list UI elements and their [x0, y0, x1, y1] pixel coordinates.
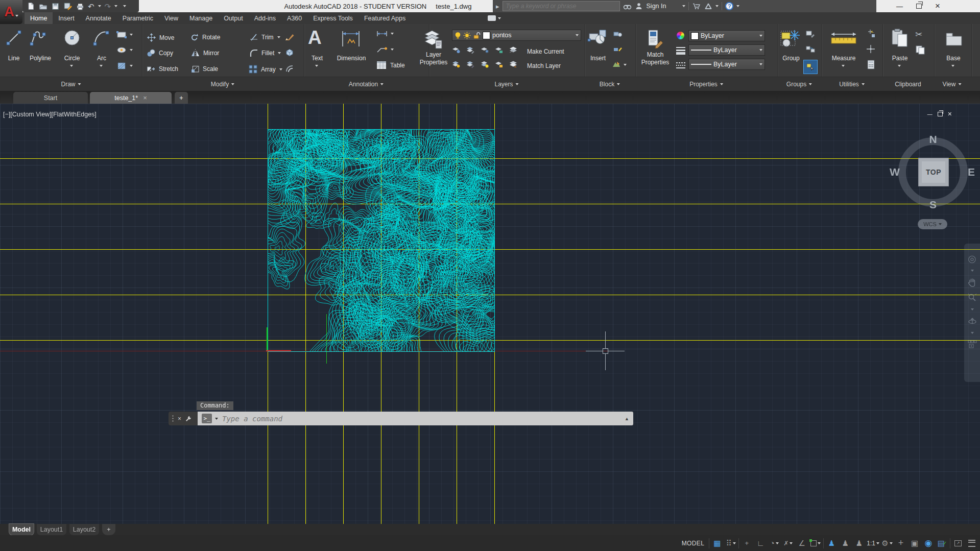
object-snap-toggle[interactable] — [809, 537, 822, 549]
layer-unlock2-icon[interactable] — [495, 61, 503, 68]
tab-home[interactable]: Home — [25, 12, 53, 24]
dimension-tool[interactable] — [339, 28, 363, 52]
command-input-area[interactable]: >_ ▲ — [198, 412, 633, 425]
line-label[interactable]: Line — [8, 55, 20, 62]
close-tab-icon[interactable]: × — [143, 94, 147, 102]
tab-addins[interactable]: Add-ins — [249, 12, 281, 24]
insert-label[interactable]: Insert — [590, 55, 606, 62]
ribbon-display-toggle[interactable] — [488, 14, 505, 22]
layer-dropdown[interactable]: pontos — [452, 30, 581, 41]
make-current-label[interactable]: Make Current — [527, 48, 564, 55]
block-attributes-tool[interactable] — [612, 61, 627, 68]
layer-off-icon[interactable] — [452, 61, 460, 68]
tab-insert[interactable]: Insert — [53, 12, 80, 24]
tab-model[interactable]: Model — [9, 524, 34, 535]
linetype-icon[interactable] — [676, 62, 685, 68]
isolate-objects-button[interactable]: ▣ — [909, 537, 921, 549]
quick-calculator-tool[interactable] — [867, 60, 875, 71]
isometric-drafting-toggle[interactable]: ✗ — [782, 537, 794, 549]
match-properties-label1[interactable]: Match — [647, 51, 664, 58]
drawing-canvas[interactable] — [0, 104, 980, 524]
orbit-icon[interactable] — [968, 317, 977, 326]
group-tool[interactable] — [780, 29, 802, 52]
clipboard-panel-label[interactable]: Clipboard — [895, 77, 921, 91]
measure-label[interactable]: Measure — [832, 55, 856, 62]
search-binoculars-icon[interactable] — [623, 2, 632, 11]
layer-make-current-icon[interactable] — [509, 46, 517, 54]
file-tab-start[interactable]: Start — [13, 92, 88, 104]
command-input[interactable] — [221, 414, 629, 423]
edit-attributes-tool[interactable] — [613, 45, 623, 55]
lineweight-dropdown[interactable]: ByLayer — [688, 44, 765, 56]
navigation-wheel-icon[interactable]: ◎ — [968, 254, 976, 263]
polar-tracking-toggle[interactable]: ◔ — [768, 537, 780, 549]
dimension-label[interactable]: Dimension — [337, 55, 366, 62]
snap-mode-toggle[interactable]: ⠿ — [725, 537, 737, 549]
circle-label[interactable]: Circle — [64, 55, 80, 62]
gray-arc-tool[interactable] — [285, 64, 295, 75]
qat-customize-caret-icon[interactable] — [123, 5, 126, 7]
nav-orbit-caret-icon[interactable] — [971, 332, 974, 334]
new-layout-button[interactable]: + — [102, 524, 115, 535]
layer-turn-on-icon[interactable] — [481, 61, 489, 68]
leader-tool[interactable] — [376, 46, 394, 53]
save-as-icon[interactable] — [63, 2, 72, 11]
brush-tool[interactable] — [284, 32, 295, 43]
workspace-switching-button[interactable]: ⚙ — [881, 537, 893, 549]
mirror-tool[interactable]: Mirror — [191, 49, 219, 57]
layer-freeze-icon[interactable] — [481, 46, 489, 54]
text-tool[interactable]: A — [308, 28, 322, 47]
help-caret-icon[interactable] — [736, 5, 739, 7]
viewcube-south[interactable]: S — [929, 199, 937, 211]
line-tool[interactable] — [5, 28, 22, 50]
annotation-scale-button[interactable]: ♟ — [853, 537, 865, 549]
ungroup-tool[interactable] — [806, 45, 815, 55]
layer-properties-label1[interactable]: Layer — [426, 51, 441, 58]
tab-a360[interactable]: A360 — [281, 12, 307, 24]
viewcube-north[interactable]: N — [929, 133, 937, 146]
annotation-scale-value[interactable]: 1:1 — [867, 537, 879, 549]
tab-layout2[interactable]: Layout2 — [69, 524, 99, 535]
tab-output[interactable]: Output — [218, 12, 249, 24]
stretch-tool[interactable]: Stretch — [147, 65, 178, 73]
lineweight-icon[interactable] — [676, 47, 685, 55]
new-tab-button[interactable]: + — [175, 92, 188, 104]
save-icon[interactable] — [51, 2, 60, 11]
layer-lock-icon[interactable] — [495, 46, 503, 54]
paste-tool[interactable] — [891, 28, 910, 51]
linear-dim-tool[interactable] — [376, 30, 394, 37]
measure-tool[interactable] — [829, 30, 858, 50]
sign-in-caret-icon[interactable] — [682, 5, 685, 7]
box-tool[interactable] — [284, 48, 295, 59]
properties-panel-label[interactable]: Properties — [689, 77, 723, 91]
pan-hand-icon[interactable] — [968, 278, 977, 287]
doc-minimize-button[interactable]: — — [927, 111, 933, 117]
redo-icon[interactable]: ↷ — [105, 3, 111, 10]
fillet-tool[interactable]: Fillet — [250, 49, 281, 57]
annotation-monitor-toggle[interactable]: + — [895, 537, 907, 549]
polyline-tool[interactable] — [29, 28, 46, 50]
grid-display-toggle[interactable]: ▦ — [711, 537, 723, 549]
object-snap-tracking-toggle[interactable]: ∠ — [796, 537, 808, 549]
copy-clip-tool[interactable] — [916, 45, 925, 57]
annotation-autoscale-toggle[interactable]: ♟ — [839, 537, 851, 549]
match-properties-label2[interactable]: Properties — [641, 59, 670, 66]
drag-handle-icon[interactable] — [172, 415, 174, 422]
search-input[interactable] — [503, 3, 619, 10]
group-selection-toggle[interactable] — [803, 60, 818, 74]
copy-tool[interactable]: Copy — [147, 49, 173, 57]
arc-label[interactable]: Arc — [97, 55, 106, 62]
layer-properties-tool[interactable] — [423, 28, 443, 52]
nav-wheel-caret-icon[interactable] — [971, 270, 974, 272]
nav-zoom-caret-icon[interactable] — [971, 308, 974, 310]
command-close-icon[interactable]: × — [178, 415, 181, 422]
polyline-label[interactable]: Polyline — [30, 55, 51, 62]
tab-parametric[interactable]: Parametric — [117, 12, 159, 24]
rectangle-tool[interactable] — [116, 31, 133, 38]
customization-menu-button[interactable] — [966, 537, 978, 549]
utilities-panel-label[interactable]: Utilities — [839, 77, 865, 91]
layer-match-icon[interactable] — [466, 61, 474, 68]
showmotion-icon[interactable] — [968, 340, 977, 348]
cart-icon[interactable] — [692, 2, 701, 11]
plot-icon[interactable] — [76, 2, 84, 11]
